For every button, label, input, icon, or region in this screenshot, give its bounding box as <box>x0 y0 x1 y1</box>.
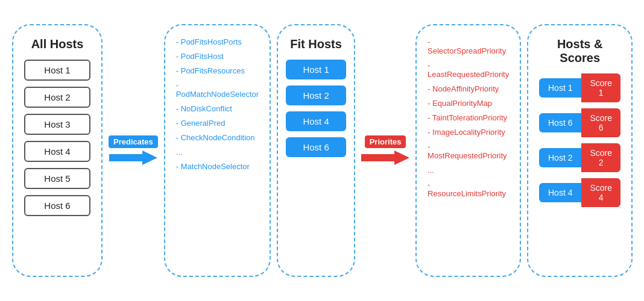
score-value: Score 2 <box>581 143 620 172</box>
fit-hosts-list: Host 1Host 2Host 4Host 6 <box>286 60 346 163</box>
predicate-item: ... <box>176 147 259 157</box>
main-container: All Hosts Host 1Host 2Host 3Host 4Host 5… <box>0 0 644 301</box>
all-host-item: Host 5 <box>24 168 90 189</box>
priority-item: - TaintTolerationPriority <box>428 113 509 122</box>
scores-title: Hosts & Scores <box>539 37 620 65</box>
all-hosts-list: Host 1Host 2Host 3Host 4Host 5Host 6 <box>24 60 90 222</box>
priorities-list: - SelectorSpreadPriority- LeastRequested… <box>428 37 509 203</box>
predicate-item: - PodMatchNodeSelector <box>176 81 259 99</box>
priorities-panel: - SelectorSpreadPriority- LeastRequested… <box>415 24 521 277</box>
score-row: Host 2Score 2 <box>539 143 620 172</box>
score-value: Score 1 <box>581 73 620 102</box>
fit-host-item: Host 4 <box>286 111 346 131</box>
priority-item: - EqualPriorityMap <box>428 99 509 108</box>
predicate-item: - PodFitsHostPorts <box>176 37 259 46</box>
priority-item: - ImageLocalityPriority <box>428 128 509 137</box>
priority-item: - MostRequestedPriority <box>428 142 509 160</box>
score-row: Host 1Score 1 <box>539 73 620 102</box>
priorities-arrow-wrapper: Priorites <box>361 135 409 166</box>
priority-item: - SelectorSpreadPriority <box>428 37 509 55</box>
fit-hosts-title: Fit Hosts <box>290 37 342 51</box>
scores-panel: Hosts & Scores Host 1Score 1Host 6Score … <box>527 24 633 277</box>
priority-item: ... <box>428 166 509 175</box>
score-host: Host 6 <box>539 113 581 132</box>
predicates-panel: - PodFitsHostPorts- PodFitsHost- PodFits… <box>164 24 271 277</box>
all-host-item: Host 6 <box>24 195 90 216</box>
priorities-arrow-label: Priorites <box>365 135 406 148</box>
predicate-item: - CheckNodeCondition <box>176 133 259 142</box>
all-host-item: Host 3 <box>24 114 90 135</box>
all-hosts-panel: All Hosts Host 1Host 2Host 3Host 4Host 5… <box>12 24 103 277</box>
score-row: Host 6Score 6 <box>539 108 620 137</box>
predicates-arrow-icon <box>109 149 157 166</box>
priority-item: - NodeAffinityPriority <box>428 84 509 93</box>
score-value: Score 4 <box>581 178 620 207</box>
svg-marker-1 <box>361 150 409 165</box>
fit-host-item: Host 6 <box>286 137 346 157</box>
score-host: Host 4 <box>539 183 581 202</box>
predicate-item: - PodFitsHost <box>176 52 259 61</box>
predicate-item: - NoDiskConflict <box>176 104 259 113</box>
fit-hosts-panel: Fit Hosts Host 1Host 2Host 4Host 6 <box>277 24 355 277</box>
all-host-item: Host 2 <box>24 87 90 108</box>
predicate-item: - PodFitsResources <box>176 66 259 75</box>
predicates-arrow-wrapper: Predicates <box>109 135 158 166</box>
score-row: Host 4Score 4 <box>539 178 620 207</box>
score-value: Score 6 <box>581 108 620 137</box>
fit-host-item: Host 1 <box>286 60 346 79</box>
predicate-item: - GeneralPred <box>176 119 259 128</box>
all-host-item: Host 1 <box>24 60 90 81</box>
svg-marker-0 <box>109 150 157 165</box>
priorities-arrow-icon <box>361 149 409 166</box>
priority-item: - LeastRequestedPriority <box>428 61 509 79</box>
priority-item: - ResourceLimitsPriority <box>428 180 509 198</box>
predicate-item: - MatchNodeSelector <box>176 162 259 171</box>
score-host: Host 2 <box>539 148 581 167</box>
predicates-list: - PodFitsHostPorts- PodFitsHost- PodFits… <box>176 37 259 176</box>
fit-host-item: Host 2 <box>286 85 346 105</box>
predicates-arrow-label: Predicates <box>109 135 158 148</box>
score-host: Host 1 <box>539 78 581 98</box>
all-hosts-title: All Hosts <box>31 37 84 51</box>
all-host-item: Host 4 <box>24 141 90 162</box>
scores-list: Host 1Score 1Host 6Score 6Host 2Score 2H… <box>539 73 620 213</box>
